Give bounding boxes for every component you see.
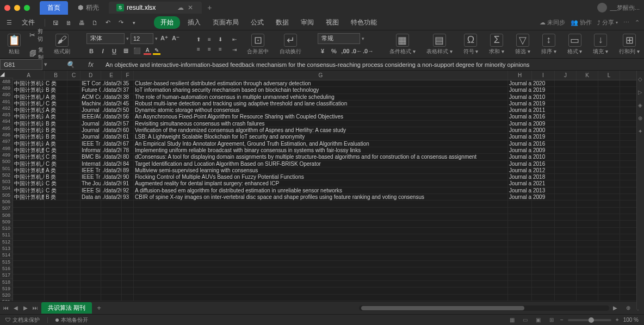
cell[interactable] — [555, 101, 577, 107]
cell[interactable] — [67, 267, 81, 273]
last-sheet-icon[interactable]: ⏭ — [32, 304, 39, 312]
cell[interactable]: ./data/260 — [101, 127, 122, 133]
cell[interactable]: Target Identification and Location Algor… — [134, 161, 508, 167]
cell[interactable] — [101, 295, 122, 301]
cell[interactable] — [532, 221, 555, 227]
cell[interactable] — [598, 167, 620, 173]
rowcol-group[interactable]: ⊞ 行和列 ▾ — [616, 34, 643, 55]
cell[interactable] — [532, 254, 555, 260]
cell[interactable]: B 类 — [45, 121, 67, 127]
column-header[interactable]: K — [577, 71, 598, 80]
cell[interactable] — [577, 254, 598, 260]
cell[interactable]: An Empirical Study Into Annotator Agreem… — [134, 141, 508, 147]
sidebar-icon[interactable]: ▷ — [638, 89, 643, 95]
cell[interactable]: Journal art — [508, 94, 532, 100]
cell[interactable]: ./data/260 — [101, 174, 122, 180]
cell[interactable] — [532, 261, 555, 267]
cell[interactable] — [67, 201, 81, 207]
cell[interactable]: Journal of — [81, 134, 101, 140]
save-as-icon[interactable]: 🗎 — [64, 18, 73, 28]
cell[interactable]: 中国计算机计算机网络 — [13, 114, 45, 120]
doc-protect-status[interactable]: 🛡 文档未保护 — [5, 316, 40, 324]
cell[interactable]: ./data/260 — [101, 154, 122, 160]
cell[interactable] — [508, 201, 532, 207]
cell[interactable]: B 类 — [45, 174, 67, 180]
cell[interactable] — [577, 141, 598, 147]
cell[interactable]: 2019 — [532, 101, 555, 107]
tab-current-file[interactable]: S result.xlsx ☁ ✕ — [109, 2, 202, 14]
cell[interactable] — [13, 214, 45, 220]
cell[interactable] — [532, 214, 555, 220]
cell[interactable] — [67, 174, 81, 180]
cell[interactable] — [598, 161, 620, 167]
cell[interactable] — [122, 295, 134, 301]
row-header[interactable]: 518 — [0, 279, 13, 285]
cell[interactable]: Journal art — [508, 87, 532, 93]
border-icon[interactable]: ⊞ — [121, 46, 131, 56]
cell[interactable] — [13, 201, 45, 207]
cell[interactable]: Machine V — [81, 101, 101, 107]
menu-view[interactable]: 视图 — [321, 16, 343, 29]
cell[interactable]: ./data/260 — [101, 134, 122, 140]
cell[interactable] — [555, 161, 577, 167]
cell[interactable]: 89 — [122, 167, 134, 173]
cell[interactable]: Journal art — [508, 167, 532, 173]
function-icon[interactable]: fx — [86, 60, 96, 70]
cell[interactable]: Augmented reality for dental implant sur… — [134, 180, 508, 186]
cell[interactable] — [134, 247, 508, 253]
cell[interactable] — [13, 241, 45, 247]
cell[interactable] — [122, 261, 134, 267]
name-box[interactable]: G81 — [0, 59, 42, 70]
cell[interactable]: ./data/260 — [101, 107, 122, 113]
next-sheet-icon[interactable]: ▶ — [22, 304, 29, 312]
cell[interactable]: IEEE Sign — [81, 188, 101, 193]
cell[interactable]: 中国计算机计算机体系 — [13, 134, 45, 140]
cell[interactable]: 2013 — [532, 188, 555, 193]
cell[interactable]: Data and — [81, 194, 101, 200]
undo-icon[interactable]: ↶ — [103, 18, 113, 28]
cell[interactable] — [577, 127, 598, 133]
cell[interactable] — [555, 214, 577, 220]
column-header[interactable]: G — [134, 71, 508, 80]
cell[interactable] — [101, 214, 122, 220]
cell[interactable]: A 类 — [45, 107, 67, 113]
cell[interactable]: Journal art — [508, 107, 532, 113]
cell[interactable] — [101, 254, 122, 260]
cell[interactable]: Journal art — [508, 194, 532, 200]
sheet-tab[interactable]: 共识算法 期刊 — [41, 302, 92, 314]
cell[interactable] — [598, 114, 620, 120]
cell[interactable] — [13, 208, 45, 214]
cell[interactable] — [134, 221, 508, 227]
cell[interactable] — [101, 241, 122, 247]
cell[interactable]: ./data/260 — [101, 80, 122, 86]
cell[interactable]: 38 — [122, 94, 134, 100]
cell[interactable]: A 类 — [45, 94, 67, 100]
cell[interactable]: C 类 — [45, 161, 67, 167]
close-icon[interactable] — [4, 5, 10, 11]
cell[interactable]: A 类 — [45, 167, 67, 173]
cell[interactable] — [508, 234, 532, 240]
row-header[interactable]: 520 — [0, 292, 13, 299]
cell[interactable] — [101, 221, 122, 227]
cell[interactable]: 2016 — [532, 161, 555, 167]
cell[interactable] — [122, 254, 134, 260]
cell[interactable] — [13, 261, 45, 267]
font-name-select[interactable] — [86, 33, 125, 44]
cell[interactable] — [45, 241, 67, 247]
cell[interactable] — [598, 261, 620, 267]
cell[interactable] — [101, 228, 122, 234]
row-header[interactable]: 508 — [0, 212, 13, 218]
column-header[interactable]: D — [81, 71, 101, 80]
cell[interactable]: 中国计算机数据库/数 — [13, 167, 45, 173]
cell[interactable] — [45, 234, 67, 240]
decimal-increase-icon[interactable]: .0← — [352, 46, 362, 56]
cell[interactable] — [555, 288, 577, 293]
cell[interactable] — [67, 288, 81, 293]
cell[interactable]: Journal art — [508, 121, 532, 127]
row-header[interactable]: 493 — [0, 111, 13, 118]
cell[interactable]: Informatic — [81, 147, 101, 153]
cell[interactable] — [532, 288, 555, 293]
redo-icon[interactable]: ↷ — [116, 18, 126, 28]
cell[interactable] — [577, 247, 598, 253]
cell[interactable] — [134, 241, 508, 247]
